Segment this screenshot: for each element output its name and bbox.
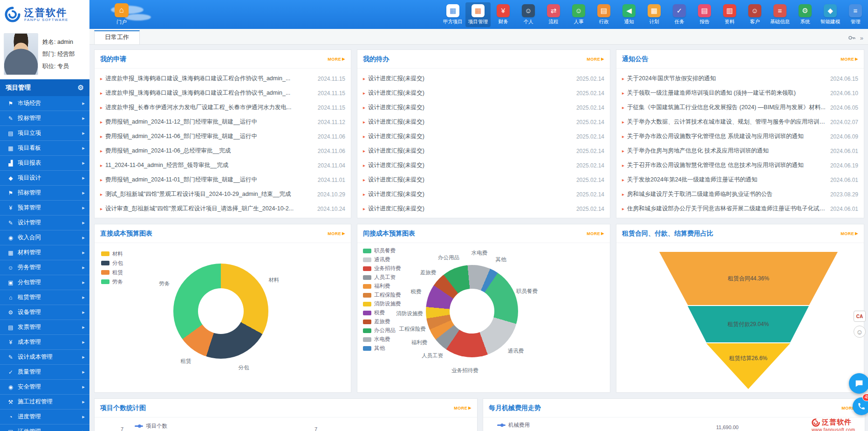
top-nav-item[interactable]: ⚙ 系统 xyxy=(793,2,818,27)
sidebar-menu-item[interactable]: ▦ 项目看板 ▸ xyxy=(0,141,89,156)
nav-item-portal[interactable]: ⌂ 门户 xyxy=(109,1,134,28)
top-nav-item[interactable]: ▦ 计划 xyxy=(642,2,667,27)
legend-item[interactable]: 业务招待费 xyxy=(363,264,401,273)
application-list-item[interactable]: ▸ 进度款申报_珠海鹤港口建设_珠海鹤港口建设工程合作协议书_admin_...… xyxy=(100,71,345,86)
sidebar-menu-item[interactable]: ◉ 安全管理 ▸ xyxy=(0,380,89,395)
top-nav-item[interactable]: ▤ 报告 xyxy=(692,2,717,27)
sidebar-menu-item[interactable]: ◔ 进度管理 ▸ xyxy=(0,410,89,424)
top-nav-item[interactable]: ☺ 人事 xyxy=(566,2,591,27)
todo-list-item[interactable]: ▸ 设计进度汇报(未提交) 2025.02.14 xyxy=(363,187,604,202)
more-link[interactable]: MORE▶ xyxy=(841,57,858,62)
sidebar-menu-item[interactable]: ⌂ 租赁管理 ▸ xyxy=(0,290,89,305)
top-nav-item[interactable]: ◆ 智能建模 xyxy=(818,2,843,27)
key-icon[interactable] xyxy=(848,34,855,42)
application-list-item[interactable]: ▸ 进度款申报_长春市伊通河水力发电厂设建工程_长春市伊通河水力发电... 20… xyxy=(100,100,345,115)
todo-list-item[interactable]: ▸ 设计进度汇报(未提交) 2025.02.14 xyxy=(363,115,604,129)
sidebar-menu-item[interactable]: ⚑ 招标管理 ▸ xyxy=(0,186,89,201)
application-list-item[interactable]: ▸ 费用报销_admin_2024-11-06_部门经理审批_胡建__运行中 2… xyxy=(100,129,345,144)
notice-list-item[interactable]: ▸ 关于发放2024年第24批一级建造师注册证书的通知 2024.06.01 xyxy=(622,173,858,187)
legend-item[interactable]: 分包 xyxy=(101,258,123,268)
sidebar-menu-item[interactable]: ◆ 项目设计 ▸ xyxy=(0,171,89,186)
notice-list-item[interactable]: ▸ 关于举办住房与房地产信息化 技术及应用培训班的通知 2024.06.01 xyxy=(622,144,858,158)
top-nav-item[interactable]: ≡ 管理 xyxy=(843,2,868,27)
top-nav-item[interactable]: ▥ 资料 xyxy=(717,2,742,27)
legend-item[interactable]: 租赁 xyxy=(101,268,123,277)
chat-button[interactable] xyxy=(849,373,868,394)
legend-item[interactable]: 职员餐费 xyxy=(363,246,401,255)
top-nav-item[interactable]: ¥ 财务 xyxy=(491,2,516,27)
legend-item[interactable]: 材料 xyxy=(101,249,123,258)
top-nav-item[interactable]: ◀ 通知 xyxy=(616,2,642,27)
notice-list-item[interactable]: ▸ 关于领取一级注册建造师培训项目的通知 (须持一建证书前来领取) 2024.0… xyxy=(622,86,858,100)
sidebar-menu-item[interactable]: ✎ 投标管理 ▸ xyxy=(0,111,89,126)
more-link[interactable]: MORE▶ xyxy=(841,231,858,236)
funnel-segment-settlement[interactable]: 租赁结算26.6% xyxy=(706,343,790,389)
todo-list-item[interactable]: ▸ 设计进度汇报(未提交) 2025.02.14 xyxy=(363,144,604,158)
top-nav-item[interactable]: ☺ 个人 xyxy=(516,2,541,27)
sidebar-menu-item[interactable]: ☺ 劳务管理 ▸ xyxy=(0,260,89,275)
sidebar-menu-item[interactable]: ▣ 证件管理 ▸ xyxy=(0,424,89,431)
legend-item[interactable]: 福利费 xyxy=(363,282,401,291)
top-nav-item[interactable]: ☺ 客户 xyxy=(742,2,767,27)
legend-item[interactable]: 其他 xyxy=(363,344,401,353)
legend-item[interactable]: 通讯费 xyxy=(363,255,401,264)
notice-list-item[interactable]: ▸ 住房和城乡建设部办公厅关于同意吉林省开展二级建造师注册证书电子化试点... … xyxy=(622,202,858,216)
application-list-item[interactable]: ▸ 费用报销_admin_2024-11-01_部门经理审批_胡建__运行中 2… xyxy=(100,173,345,187)
sidebar-menu-item[interactable]: ◉ 收入合同 ▸ xyxy=(0,230,89,245)
top-nav-item[interactable]: ▦ 甲方项目 xyxy=(440,2,465,27)
sidebar-menu-item[interactable]: ¥ 预算管理 ▸ xyxy=(0,201,89,216)
legend-item[interactable]: 工程保险费 xyxy=(363,291,401,299)
application-list-item[interactable]: ▸ 费用报销_admin_2024-11-12_部门经理审批_胡建__运行中 2… xyxy=(100,115,345,129)
top-nav-item[interactable]: ▤ 行政 xyxy=(591,2,616,27)
application-list-item[interactable]: ▸ 费用报销_admin_2024-11-06_总经理审批__完成 2024.1… xyxy=(100,144,345,158)
sidebar-menu-item[interactable]: ⚑ 市场经营 ▸ xyxy=(0,96,89,111)
top-nav-item[interactable]: ▦ 项目管理 xyxy=(465,2,491,27)
legend-item[interactable]: 办公用品 xyxy=(363,326,401,335)
sidebar-menu-item[interactable]: ¥ 成本管理 ▸ xyxy=(0,335,89,350)
tab-daily-work[interactable]: 日常工作 xyxy=(94,30,140,44)
legend-item[interactable]: 项目个数 xyxy=(135,423,167,430)
application-list-item[interactable]: ▸ 进度款申报_珠海鹤港口建设_珠海鹤港口建设工程合作协议书_admin_...… xyxy=(100,86,345,100)
top-nav-item[interactable]: ≡ 基础信息 xyxy=(767,2,793,27)
emoticon-icon[interactable]: ☺ xyxy=(854,326,866,338)
todo-list-item[interactable]: ▸ 设计进度汇报(未提交) 2025.02.14 xyxy=(363,129,604,144)
more-link[interactable]: MORE▶ xyxy=(454,406,472,410)
legend-item[interactable]: 消防设施费 xyxy=(363,299,401,308)
sidebar-menu-item[interactable]: ✓ 质量管理 ▸ xyxy=(0,365,89,380)
notice-list-item[interactable]: ▸ 关于召开市政公用设施智慧化管理信息 信息技术与应用培训班的通知 2024.0… xyxy=(622,158,858,173)
todo-list-item[interactable]: ▸ 设计进度汇报(未提交) 2025.02.14 xyxy=(363,202,604,216)
more-link[interactable]: MORE▶ xyxy=(587,231,604,236)
todo-list-item[interactable]: ▸ 设计进度汇报(未提交) 2025.02.14 xyxy=(363,100,604,115)
legend-item[interactable]: 人员工资 xyxy=(363,273,401,282)
funnel-segment-contract[interactable]: 租赁合同44.36% xyxy=(659,252,838,305)
sidebar-menu-item[interactable]: ▟ 项目报表 ▸ xyxy=(0,156,89,171)
sidebar-menu-item[interactable]: ✎ 设计管理 ▸ xyxy=(0,216,89,230)
application-list-item[interactable]: ▸ 11_2024-11-04_admin_经营部_领导审批__完成 2024.… xyxy=(100,158,345,173)
phone-button[interactable]: 45 xyxy=(853,397,868,415)
todo-list-item[interactable]: ▸ 设计进度汇报(未提交) 2025.02.14 xyxy=(363,86,604,100)
notice-list-item[interactable]: ▸ 关于举办大数据、云计算技术在城市建设、规划、管理与服务中的应用培训班... … xyxy=(622,115,858,129)
application-list-item[interactable]: ▸ 设计审查_彭祖新城"四馆"景观工程设计项目_请选择_胡广生_2024-10-… xyxy=(100,202,345,216)
sidebar-menu-item[interactable]: ✎ 设计成本管理 ▸ xyxy=(0,350,89,365)
notice-list-item[interactable]: ▸ 关于2024年国庆节放假安排的通知 2024.06.15 xyxy=(622,71,858,86)
todo-list-item[interactable]: ▸ 设计进度汇报(未提交) 2025.02.14 xyxy=(363,173,604,187)
sidebar-menu-item[interactable]: ▣ 分包管理 ▸ xyxy=(0,275,89,290)
sidebar-menu-item[interactable]: ▤ 项目立项 ▸ xyxy=(0,126,89,141)
sidebar-menu-item[interactable]: ⚙ 设备管理 ▸ xyxy=(0,305,89,320)
legend-item[interactable]: 差旅费 xyxy=(363,317,401,326)
todo-list-item[interactable]: ▸ 设计进度汇报(未提交) 2025.02.14 xyxy=(363,158,604,173)
top-nav-item[interactable]: ⇄ 流程 xyxy=(541,2,566,27)
more-link[interactable]: MORE▶ xyxy=(587,57,604,62)
more-link[interactable]: MORE▶ xyxy=(328,57,345,62)
settings-gear-icon[interactable]: ⚙ xyxy=(78,83,84,92)
legend-item[interactable]: 劳务 xyxy=(101,277,123,286)
funnel-segment-payment[interactable]: 租赁付款29.04% xyxy=(688,306,809,342)
legend-item[interactable]: 水电费 xyxy=(363,335,401,344)
legend-item[interactable]: 机械费用 xyxy=(497,422,530,429)
notice-list-item[interactable]: ▸ 于征集《中国建筑施工行业信息化发展报告 (2024) —BIM应用与发展》材… xyxy=(622,100,858,115)
sidebar-menu-item[interactable]: ▤ 发票管理 ▸ xyxy=(0,320,89,335)
more-link[interactable]: MORE▶ xyxy=(328,231,345,236)
application-list-item[interactable]: ▸ 测试_彭祖新城"四馆"景观工程设计项目_2024-10-29_admin_结… xyxy=(100,187,345,202)
notice-list-item[interactable]: ▸ 房和城乡建设厅关于取消二级建造师临时执业证书的公告 2023.08.29 xyxy=(622,187,858,202)
collapse-panel-icon[interactable]: » xyxy=(860,35,863,42)
